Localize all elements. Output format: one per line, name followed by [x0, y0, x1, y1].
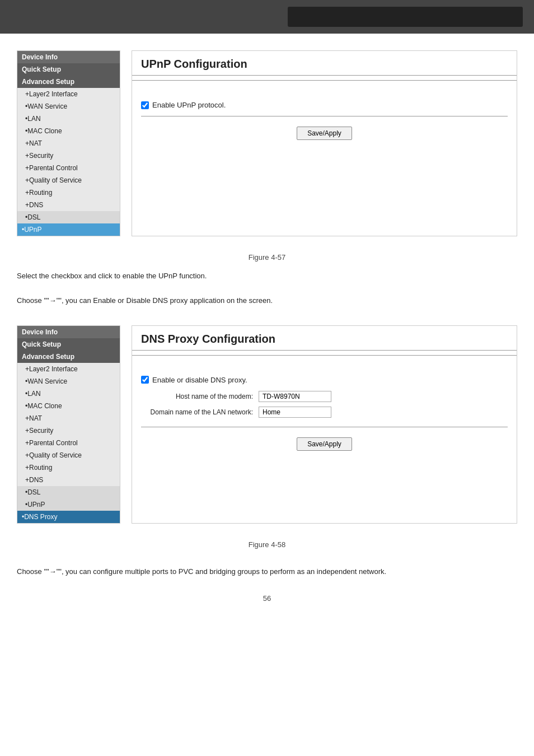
desc-3: Choose ""→"", you can configure multiple… [17, 566, 517, 578]
sidebar-item-security[interactable]: +Security [17, 150, 120, 162]
upnp-section: Device Info Quick Setup Advanced Setup +… [17, 50, 517, 236]
sidebar-item-routing[interactable]: +Routing [17, 186, 120, 199]
top-bar [0, 0, 534, 34]
sidebar-item-lan[interactable]: •LAN [17, 113, 120, 125]
sidebar2-item-upnp[interactable]: •UPnP [17, 498, 120, 511]
sidebar-item-upnp[interactable]: •UPnP [17, 223, 120, 236]
dns-proxy-section: Device Info Quick Setup Advanced Setup +… [17, 325, 517, 524]
dns-proxy-checkbox-row: Enable or disable DNS proxy. [141, 376, 508, 384]
sidebar2-item-device-info[interactable]: Device Info [17, 326, 120, 338]
upnp-checkbox[interactable] [141, 101, 149, 109]
dns-proxy-config-title: DNS Proxy Configuration [132, 326, 517, 351]
host-name-input[interactable] [259, 391, 331, 402]
desc-3-text2: ", you can configure multiple ports to P… [59, 567, 386, 576]
sidebar-item-wan-service[interactable]: •WAN Service [17, 100, 120, 113]
sidebar2-item-routing[interactable]: +Routing [17, 461, 120, 474]
host-name-label: Host name of the modem: [141, 393, 253, 400]
sidebar2-item-parental-control[interactable]: +Parental Control [17, 437, 120, 449]
upnp-checkbox-label: Enable UPnP protocol. [152, 101, 226, 109]
sidebar-item-parental-control[interactable]: +Parental Control [17, 162, 120, 174]
sidebar2-item-lan[interactable]: •LAN [17, 388, 120, 400]
sidebar2-item-layer2[interactable]: +Layer2 Interface [17, 363, 120, 375]
sidebar2-item-wan-service[interactable]: •WAN Service [17, 375, 120, 388]
sidebar2-item-quick-setup[interactable]: Quick Setup [17, 338, 120, 351]
sidebar2-item-dns[interactable]: +DNS [17, 474, 120, 486]
sidebar-2: Device Info Quick Setup Advanced Setup +… [17, 325, 120, 524]
sidebar-item-dns[interactable]: +DNS [17, 199, 120, 211]
sidebar2-item-security[interactable]: +Security [17, 424, 120, 437]
desc-3-arrow: "→" [46, 567, 59, 576]
sidebar-item-nat[interactable]: +NAT [17, 137, 120, 150]
dns-proxy-save-apply-button[interactable]: Save/Apply [297, 437, 352, 451]
sidebar-1: Device Info Quick Setup Advanced Setup +… [17, 50, 120, 236]
sidebar-item-device-info[interactable]: Device Info [17, 51, 120, 63]
sidebar-item-advanced-setup[interactable]: Advanced Setup [17, 76, 120, 88]
sidebar2-item-advanced-setup[interactable]: Advanced Setup [17, 351, 120, 363]
desc-1-text1: Select the checkbox and click [17, 272, 113, 280]
main-content: Device Info Quick Setup Advanced Setup +… [0, 34, 534, 614]
desc-2-arrow: "→" [46, 296, 59, 305]
domain-name-input[interactable] [259, 407, 331, 418]
desc-1-text2: to enable the UPnP function. [114, 272, 207, 280]
desc-2: Choose ""→"", you can Enable or Disable … [17, 295, 517, 307]
upnp-checkbox-row: Enable UPnP protocol. [141, 101, 508, 109]
page-number: 56 [17, 594, 517, 603]
sidebar-item-quick-setup[interactable]: Quick Setup [17, 63, 120, 76]
sidebar2-item-nat[interactable]: +NAT [17, 412, 120, 424]
host-name-row: Host name of the modem: [141, 391, 508, 402]
dns-proxy-config-panel: DNS Proxy Configuration Enable or disabl… [132, 325, 517, 524]
figure-1-caption: Figure 4-57 [17, 253, 517, 262]
sidebar-item-mac-clone[interactable]: •MAC Clone [17, 125, 120, 137]
top-bar-inner [288, 7, 523, 27]
sidebar-item-qos[interactable]: +Quality of Service [17, 174, 120, 186]
upnp-config-panel: UPnP Configuration Enable UPnP protocol.… [132, 50, 517, 236]
sidebar2-item-mac-clone[interactable]: •MAC Clone [17, 400, 120, 412]
domain-name-label: Domain name of the LAN network: [141, 408, 253, 416]
desc-3-text1: Choose " [17, 567, 46, 576]
domain-name-row: Domain name of the LAN network: [141, 407, 508, 418]
dns-proxy-checkbox-label: Enable or disable DNS proxy. [152, 376, 247, 384]
sidebar2-item-qos[interactable]: +Quality of Service [17, 449, 120, 461]
sidebar-item-dsl[interactable]: •DSL [17, 211, 120, 223]
desc-2-choose: Choose " [17, 296, 46, 305]
sidebar2-item-dsl[interactable]: •DSL [17, 486, 120, 498]
sidebar2-item-dns-proxy[interactable]: •DNS Proxy [17, 511, 120, 523]
upnp-save-apply-button[interactable]: Save/Apply [297, 127, 352, 140]
upnp-config-title: UPnP Configuration [132, 51, 517, 76]
figure-2-caption: Figure 4-58 [17, 540, 517, 549]
desc-2-text: ", you can Enable or Disable DNS proxy a… [59, 296, 273, 305]
dns-proxy-checkbox[interactable] [141, 376, 149, 384]
sidebar-item-layer2[interactable]: +Layer2 Interface [17, 88, 120, 100]
desc-1: Select the checkbox and click to enable … [17, 270, 517, 282]
